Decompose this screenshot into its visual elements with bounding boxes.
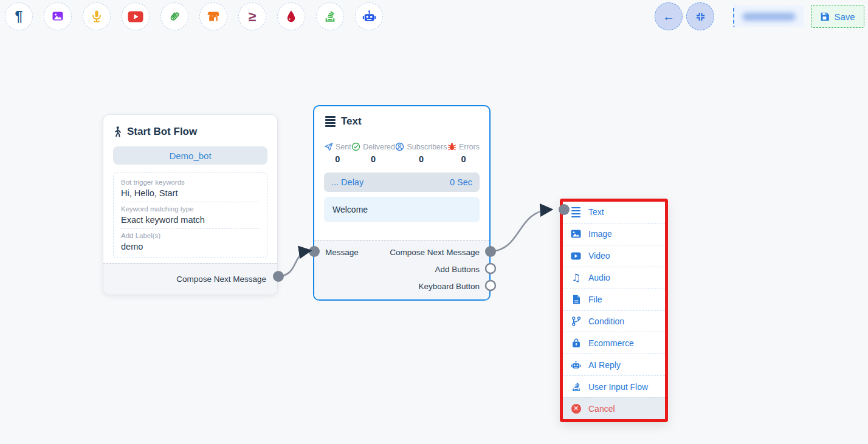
- output-keyboard-button-label: Keyboard Button: [418, 282, 480, 291]
- start-node-title: Start Bot Flow: [127, 126, 197, 138]
- toolbar-text-button[interactable]: ¶: [5, 2, 33, 30]
- field-value: demo: [121, 241, 260, 253]
- menu-item-cancel[interactable]: ✕ Cancel: [563, 397, 665, 419]
- stack-icon: [324, 10, 336, 22]
- save-label: Save: [834, 12, 855, 22]
- add-node-context-menu: Text Image Video ♫ Audio File Condition …: [560, 199, 668, 422]
- text-node[interactable]: Text Sent 0 Delivered 0 Subscribers 0: [313, 105, 491, 301]
- menu-item-label: Text: [588, 207, 604, 217]
- text-node-header: Text: [314, 106, 489, 128]
- field-trigger-keywords: Bot trigger keywords Hi, Hello, Start: [121, 176, 260, 202]
- drop-icon: [285, 10, 297, 23]
- toolbar-image-button[interactable]: [44, 2, 72, 30]
- ecommerce-icon: [571, 338, 581, 348]
- menu-item-label: Image: [588, 229, 612, 239]
- compose-next-message-port[interactable]: [485, 246, 496, 257]
- menu-item-ai-reply[interactable]: AI Reply: [563, 353, 665, 375]
- drag-handle-icon: [325, 116, 336, 126]
- toolbar-ecommerce-button[interactable]: [199, 2, 227, 30]
- subscriber-icon: [395, 142, 404, 151]
- condition-icon: [571, 316, 581, 326]
- stat-label: Errors: [459, 143, 480, 151]
- user-input-flow-icon: [571, 382, 581, 392]
- keyboard-button-port[interactable]: [486, 281, 495, 290]
- toolbar-drip-button[interactable]: [277, 2, 305, 30]
- stat-value: 0: [447, 154, 480, 164]
- menu-item-condition[interactable]: Condition: [563, 310, 665, 332]
- delay-setting[interactable]: ... Delay 0 Sec: [324, 172, 480, 192]
- walking-person-icon: [113, 126, 122, 138]
- redacted-flow-name: [742, 13, 796, 21]
- start-node-output-port[interactable]: [273, 271, 284, 282]
- toolbar-condition-button[interactable]: ≥: [238, 2, 266, 30]
- field-label: Add Label(s): [121, 231, 260, 241]
- toolbar-file-button[interactable]: [160, 2, 188, 30]
- menu-item-label: Audio: [588, 273, 610, 282]
- bug-icon: [447, 142, 456, 151]
- delay-value: 0 Sec: [450, 177, 472, 187]
- start-bot-flow-node[interactable]: Start Bot Flow Demo_bot Bot trigger keyw…: [103, 115, 277, 295]
- stat-value: 0: [351, 154, 395, 164]
- field-value: Hi, Hello, Start: [121, 188, 260, 199]
- save-button[interactable]: Save: [811, 5, 864, 28]
- stat-value: 0: [324, 154, 351, 164]
- fit-view-button[interactable]: [686, 2, 714, 30]
- stat-label: Delivered: [363, 143, 395, 151]
- toolbar-user-input-flow-button[interactable]: [316, 2, 344, 30]
- start-node-footer: Compose Next Message: [103, 263, 277, 295]
- save-icon: [820, 12, 830, 21]
- undo-back-button[interactable]: ←: [655, 2, 683, 30]
- file-icon: [572, 295, 580, 304]
- menu-item-file[interactable]: File: [563, 289, 665, 310]
- text-icon: [571, 207, 580, 217]
- menu-item-video[interactable]: Video: [563, 245, 665, 267]
- start-node-fields[interactable]: Bot trigger keywords Hi, Hello, Start Ke…: [113, 172, 267, 258]
- stat-errors: Errors 0: [447, 142, 480, 164]
- image-icon: [51, 10, 64, 23]
- field-value: Exact keyword match: [121, 214, 260, 226]
- back-arrow-icon: ←: [663, 10, 675, 24]
- paperclip-icon: [168, 10, 181, 23]
- stat-label: Subscribers: [407, 143, 447, 151]
- connector-start-to-text: [278, 251, 309, 276]
- stat-value: 0: [395, 154, 447, 164]
- check-circle-icon: [351, 142, 360, 151]
- ai-reply-icon: [571, 360, 581, 370]
- compress-icon: [695, 12, 706, 22]
- video-icon: [571, 252, 581, 260]
- message-input-label: Message: [325, 248, 359, 257]
- stat-label: Sent: [336, 143, 351, 151]
- menu-item-image[interactable]: Image: [563, 223, 665, 245]
- output-compose-next-message-label: Compose Next Message: [390, 248, 480, 257]
- field-matching-type: Keyword matching type Exact keyword matc…: [121, 202, 260, 228]
- toolbar-ai-reply-button[interactable]: [355, 2, 383, 30]
- text-node-footer: Message Compose Next Message Add Buttons…: [314, 240, 489, 299]
- microphone-icon: [90, 10, 103, 23]
- store-icon: [207, 10, 220, 23]
- menu-item-ecommerce[interactable]: Ecommerce: [563, 332, 665, 353]
- message-text-box[interactable]: Welcome: [324, 197, 480, 222]
- field-label: Keyword matching type: [121, 205, 260, 214]
- flow-name-input[interactable]: [733, 5, 804, 27]
- menu-item-audio[interactable]: ♫ Audio: [563, 267, 665, 289]
- start-node-header: Start Bot Flow: [103, 115, 277, 138]
- menu-item-label: Video: [588, 251, 610, 261]
- stat-delivered: Delivered 0: [351, 142, 395, 164]
- toolbar-audio-button[interactable]: [83, 2, 111, 30]
- menu-item-label: Cancel: [588, 404, 615, 414]
- robot-icon: [362, 10, 376, 23]
- stat-sent: Sent 0: [324, 142, 351, 164]
- image-icon: [571, 230, 581, 238]
- delay-label: ... Delay: [331, 177, 363, 187]
- add-buttons-port[interactable]: [486, 264, 495, 273]
- text-node-stats: Sent 0 Delivered 0 Subscribers 0 Errors …: [314, 142, 489, 164]
- field-add-labels: Add Label(s) demo: [121, 228, 260, 255]
- message-input-port[interactable]: [309, 246, 320, 257]
- menu-item-user-input-flow[interactable]: User Input Flow: [563, 375, 665, 397]
- menu-item-label: Ecommerce: [588, 338, 634, 348]
- bot-name-button[interactable]: Demo_bot: [113, 146, 267, 165]
- menu-connection-port[interactable]: [559, 204, 570, 215]
- menu-item-text[interactable]: Text: [563, 202, 665, 223]
- text-node-title: Text: [341, 115, 362, 128]
- toolbar-video-button[interactable]: [122, 2, 150, 30]
